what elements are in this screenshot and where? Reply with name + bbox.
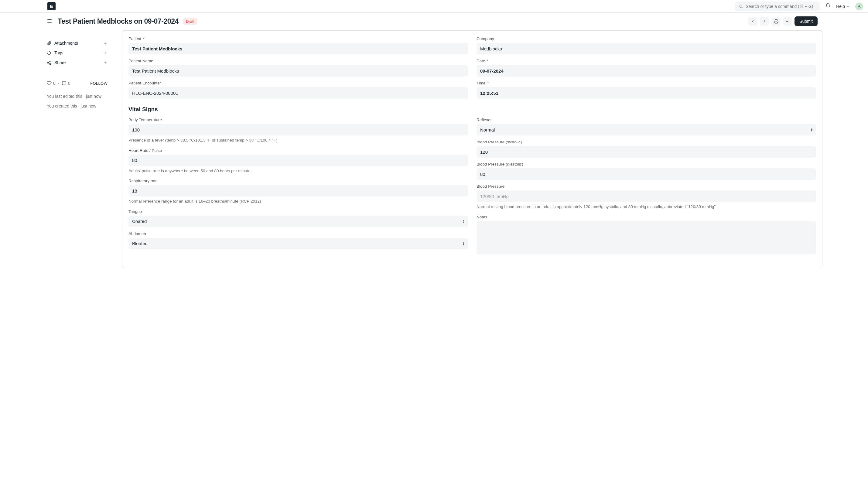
- time-label: Time *: [476, 81, 816, 85]
- add-attachment-button[interactable]: [103, 41, 107, 45]
- company-label: Company: [476, 36, 816, 41]
- abdomen-label: Abdomen: [128, 232, 468, 236]
- like-count: 0: [53, 81, 56, 86]
- patient-label: Patient *: [128, 36, 468, 41]
- chevron-right-icon: [762, 19, 767, 23]
- svg-point-8: [786, 21, 786, 21]
- body-temp-label: Body Temperature: [128, 118, 468, 122]
- tags-row[interactable]: Tags: [47, 48, 107, 58]
- add-tag-button[interactable]: [103, 51, 107, 55]
- date-label: Date *: [476, 59, 816, 63]
- menu-icon: [47, 18, 52, 24]
- app-logo[interactable]: E: [48, 2, 56, 10]
- plus-icon: [103, 41, 107, 45]
- more-icon: [785, 19, 790, 24]
- heart-help: Adults' pulse rate is anywhere between 5…: [128, 168, 468, 174]
- attachments-label: Attachments: [54, 41, 78, 45]
- next-button[interactable]: [760, 17, 769, 26]
- svg-point-0: [740, 5, 742, 7]
- plus-icon: [103, 60, 107, 65]
- last-edited: You last edited this · just now: [47, 93, 107, 100]
- svg-point-16: [50, 63, 51, 65]
- chevron-down-icon: [846, 5, 850, 8]
- time-field[interactable]: 12:25:51: [476, 87, 816, 99]
- topbar: E Search or type a command (⌘ + G) Help …: [0, 0, 868, 13]
- patient-name-field[interactable]: Test Patient Medblocks: [128, 65, 468, 77]
- engagement-bar: 0 · 0 FOLLOW: [47, 77, 107, 89]
- share-row[interactable]: Share: [47, 58, 107, 67]
- created-meta: You created this · just now: [47, 103, 107, 110]
- company-field[interactable]: Medblocks: [476, 43, 816, 54]
- tongue-label: Tongue: [128, 209, 468, 214]
- page-title: Test Patient Medblocks on 09-07-2024: [58, 17, 179, 26]
- body-temp-field[interactable]: 100: [128, 124, 468, 135]
- heart-field[interactable]: 80: [128, 155, 468, 166]
- heart-icon: [47, 81, 52, 86]
- tag-icon: [47, 51, 51, 55]
- add-share-button[interactable]: [103, 60, 107, 65]
- reflexes-select[interactable]: Normal ▲▼: [476, 124, 816, 135]
- select-chevron-icon: ▲▼: [462, 220, 465, 223]
- sidebar: Attachments Tags Share: [47, 30, 107, 268]
- help-menu[interactable]: Help: [836, 4, 850, 9]
- printer-icon: [774, 19, 778, 24]
- paperclip-icon: [47, 41, 51, 45]
- svg-line-17: [48, 63, 50, 63]
- print-button[interactable]: [771, 17, 780, 26]
- resp-field[interactable]: 18: [128, 185, 468, 196]
- comment-count: 0: [68, 81, 70, 86]
- bp-sys-label: Blood Pressure (systolic): [476, 140, 816, 144]
- svg-point-14: [50, 61, 51, 62]
- likes[interactable]: 0: [47, 81, 56, 86]
- help-label: Help: [836, 4, 845, 9]
- search-icon: [739, 4, 743, 8]
- tags-label: Tags: [54, 51, 63, 55]
- more-button[interactable]: [783, 17, 792, 26]
- share-icon: [47, 60, 51, 65]
- bp-dia-label: Blood Pressure (diastolic): [476, 162, 816, 166]
- reflexes-label: Reflexes: [476, 118, 816, 122]
- resp-label: Respiratory rate: [128, 179, 468, 183]
- notifications-button[interactable]: [825, 3, 831, 9]
- svg-point-7: [789, 21, 789, 21]
- bell-icon: [825, 3, 831, 8]
- comment-icon: [62, 81, 66, 86]
- bp-field[interactable]: 120/80 mmHg: [476, 190, 816, 202]
- svg-point-6: [787, 21, 788, 21]
- notes-field[interactable]: [476, 221, 816, 254]
- prev-button[interactable]: [748, 17, 757, 26]
- notes-label: Notes: [476, 215, 816, 219]
- tongue-select[interactable]: Coated ▲▼: [128, 216, 468, 227]
- svg-rect-5: [775, 22, 777, 23]
- patient-link-field[interactable]: Test Patient Medblocks: [128, 43, 468, 54]
- bp-sys-field[interactable]: 120: [476, 146, 816, 158]
- bp-dia-field[interactable]: 80: [476, 168, 816, 180]
- comments[interactable]: 0: [62, 81, 70, 86]
- abdomen-select[interactable]: Bloated ▲▼: [128, 238, 468, 249]
- patient-name-label: Patient Name: [128, 59, 468, 63]
- select-chevron-icon: ▲▼: [462, 242, 465, 245]
- sidebar-toggle[interactable]: [47, 18, 52, 25]
- svg-line-18: [48, 62, 50, 62]
- follow-button[interactable]: FOLLOW: [90, 81, 107, 86]
- chevron-left-icon: [751, 19, 755, 23]
- encounter-label: Patient Encounter: [128, 81, 468, 85]
- attachments-row[interactable]: Attachments: [47, 38, 107, 48]
- submit-button[interactable]: Submit: [795, 17, 817, 26]
- global-search[interactable]: Search or type a command (⌘ + G): [735, 2, 820, 11]
- bp-help: Normal resting blood pressure in an adul…: [476, 204, 816, 210]
- share-label: Share: [54, 60, 66, 65]
- svg-point-15: [48, 62, 49, 63]
- body-temp-help: Presence of a fever (temp > 38.5 °C/101.…: [128, 137, 468, 143]
- encounter-field[interactable]: HLC-ENC-2024-00001: [128, 87, 468, 99]
- svg-line-1: [742, 7, 743, 8]
- form-card: Patient * Test Patient Medblocks Patient…: [122, 30, 823, 268]
- search-placeholder: Search or type a command (⌘ + G): [746, 4, 813, 9]
- vitals-section-title: Vital Signs: [128, 106, 816, 113]
- date-field[interactable]: 09-07-2024: [476, 65, 816, 77]
- status-badge: Draft: [183, 18, 197, 25]
- page-header: Test Patient Medblocks on 09-07-2024 Dra…: [0, 13, 868, 30]
- user-avatar[interactable]: A: [855, 2, 863, 10]
- select-chevron-icon: ▲▼: [810, 128, 813, 131]
- plus-icon: [103, 51, 107, 55]
